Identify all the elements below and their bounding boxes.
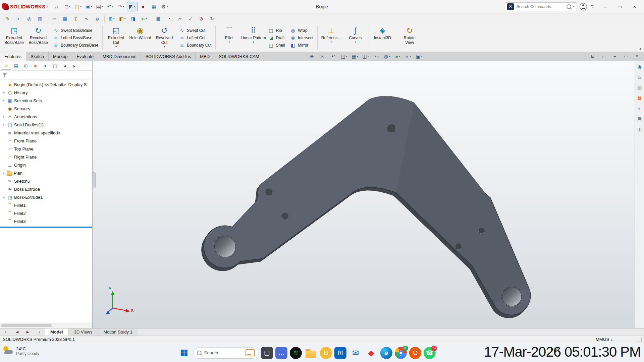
tree-item-top-plane[interactable]: ▸ ▱ Top Plane <box>0 145 92 153</box>
scrollbar-thumb[interactable] <box>1 324 52 327</box>
tree-item-solid-bodies[interactable]: ▸ ◳ Solid Bodies(1) <box>0 121 92 129</box>
select-cursor-icon[interactable]: ◤ ▾ <box>127 2 138 11</box>
extruded-boss-base-button[interactable]: ◳ Extruded Boss/Base <box>2 25 26 51</box>
table-icon[interactable]: ▦ <box>149 2 159 11</box>
solidworks-logo[interactable]: SOLIDWORKS ▸ <box>2 3 48 10</box>
dropdown-arrow-icon[interactable]: ▾ <box>115 45 117 48</box>
tree-item-right-plane[interactable]: ▸ ▱ Right Plane <box>0 153 92 161</box>
dropdown-arrow-icon[interactable]: ▾ <box>421 55 422 58</box>
file-explorer-icon[interactable] <box>304 346 318 360</box>
dropdown-arrow-icon[interactable]: ▾ <box>124 17 126 20</box>
trim-tool-icon[interactable]: ✂ <box>49 15 59 23</box>
dropdown-arrow-icon[interactable]: ▾ <box>167 5 168 8</box>
spotify-icon[interactable]: ≋ <box>290 347 302 359</box>
search-dropdown-icon[interactable]: ▾ <box>573 5 575 8</box>
previous-view-icon[interactable]: ↶ <box>328 53 338 60</box>
twisty-icon[interactable]: ▸ <box>2 91 6 94</box>
tree-item-selection-sets[interactable]: ▸ ▦ Selection Sets <box>0 97 92 105</box>
chrome-icon[interactable]: K <box>395 347 407 359</box>
tab-solidworks-add-ins[interactable]: SOLIDWORKS Add-Ins <box>141 52 196 61</box>
pattern-tool-icon[interactable]: ▦ <box>60 15 70 23</box>
open-document-icon[interactable]: ◰ ▾ <box>73 2 83 11</box>
account-icon[interactable] <box>580 3 587 10</box>
boundary-cut-button[interactable]: ≣ Boundary Cut <box>179 42 211 49</box>
tab-mbd-dimensions[interactable]: MBD Dimensions <box>98 52 141 61</box>
bracket-part-model[interactable] <box>93 61 635 328</box>
hide-show-items-icon[interactable]: ◍ ▾ <box>382 53 392 60</box>
redo-icon[interactable]: ↷ ▾ <box>116 2 126 11</box>
graphics-viewport[interactable]: Y X <box>93 61 635 328</box>
mirror-entities-icon[interactable]: ◨ <box>128 15 138 23</box>
dimxpertmanager-tab-icon[interactable]: ⊕ <box>31 62 40 69</box>
close-window-button[interactable]: × <box>627 0 642 13</box>
section-tool-icon[interactable]: ◧ ▾ <box>117 15 127 23</box>
dropdown-arrow-icon[interactable]: ▾ <box>410 55 411 58</box>
diameter-dimension-icon[interactable]: ⌀ <box>92 15 102 23</box>
weather-widget[interactable]: 24°C Partly cloudy <box>3 346 39 356</box>
appearances-scenes-icon[interactable]: ◐ <box>636 105 643 112</box>
panel-horizontal-scrollbar[interactable] <box>0 323 92 328</box>
verification-icon[interactable]: ✓ <box>185 15 196 23</box>
edit-appearance-icon[interactable]: ● ▾ <box>393 53 403 60</box>
panel-scroll-left-icon[interactable]: ◂ <box>60 62 69 69</box>
hole-wizard-button[interactable]: ◉ Hole Wizard <box>128 25 152 51</box>
table-tool-icon[interactable]: ▥ <box>35 15 45 23</box>
tree-item-sketch6[interactable]: ▸ ✎ Sketch6 <box>0 177 92 185</box>
command-search[interactable]: S ▾ <box>505 2 577 11</box>
dropdown-arrow-icon[interactable]: ▾ <box>346 55 347 58</box>
zoom-to-area-icon[interactable]: ⊡ <box>318 53 328 60</box>
tree-item-origin[interactable]: ▸ ⊥ Origin <box>0 161 92 169</box>
snip-tool-icon[interactable]: ▢ <box>261 347 273 359</box>
twisty-icon[interactable]: ▸ <box>2 115 6 118</box>
dropdown-arrow-icon[interactable]: ▾ <box>102 5 103 8</box>
tab-markup[interactable]: Markup <box>49 52 72 61</box>
whatsapp-icon[interactable]: ☎ 23 <box>424 347 436 359</box>
save-icon[interactable]: ▣ ▾ <box>84 2 94 11</box>
rollback-bar[interactable] <box>0 227 92 228</box>
chat-icon[interactable]: … <box>275 347 287 359</box>
design-app-icon[interactable]: ◆ <box>365 346 378 360</box>
tree-filter-input[interactable] <box>9 71 90 79</box>
dropdown-arrow-icon[interactable]: ▾ <box>357 55 358 58</box>
model-tab[interactable]: Model <box>45 328 69 336</box>
dropdown-arrow-icon[interactable]: ▾ <box>367 55 369 58</box>
twisty-icon[interactable]: ▸ <box>2 171 6 175</box>
tree-item-boss-extrude1[interactable]: ▸ ◳ Boss-Extrude1 <box>0 193 92 201</box>
search-input[interactable] <box>516 4 565 9</box>
render-sphere-icon[interactable]: ● <box>138 2 148 11</box>
twisty-icon[interactable]: ▸ <box>2 123 6 126</box>
linear-pattern-button[interactable]: ⠿ Linear Pattern ▾ <box>241 25 265 51</box>
search-icon[interactable] <box>567 4 571 9</box>
opera-icon[interactable]: O <box>409 347 421 359</box>
rotate-entities-icon[interactable]: ◔ <box>164 15 174 23</box>
dropdown-arrow-icon[interactable]: ▾ <box>112 5 113 8</box>
circle-tool-icon[interactable]: ◎ <box>24 15 34 23</box>
plane-tool-icon[interactable]: ▱ <box>175 15 185 23</box>
lofted-boss-base-button[interactable]: ≋ Lofted Boss/Base <box>53 35 98 41</box>
instant3d-button[interactable]: ◈ Instant3D <box>370 25 394 51</box>
twisty-icon[interactable]: ▸ <box>2 99 6 102</box>
wrap-button[interactable]: ◎ Wrap <box>290 27 313 34</box>
panel-scroll-right-icon[interactable]: ▸ <box>70 62 79 69</box>
chevron-right-icon[interactable]: ▸ <box>47 5 48 8</box>
equations-icon[interactable]: Σ <box>71 15 81 23</box>
close-document-icon[interactable]: × <box>632 53 642 60</box>
rotate-view-button[interactable]: ↻ Rotate View <box>397 25 422 51</box>
twisty-icon[interactable]: ▸ <box>2 195 6 199</box>
last-tab-arrow[interactable]: ⇥ <box>34 329 44 335</box>
dropdown-arrow-icon[interactable]: ▾ <box>399 55 400 58</box>
sketch-tool-icon[interactable]: ✎ <box>3 15 13 23</box>
zoom-to-fit-icon[interactable]: ⊕ <box>307 53 317 60</box>
tree-item-annotations[interactable]: ▸ A Annotations <box>0 113 92 121</box>
apply-scene-icon[interactable]: ◐ ▾ <box>404 53 414 60</box>
dropdown-arrow-icon[interactable]: ▾ <box>80 5 82 8</box>
tree-item-material[interactable]: ▸ ≣ Material <not specified> <box>0 129 92 137</box>
boundary-boss-base-button[interactable]: ≣ Boundary Boss/Base <box>53 42 98 49</box>
revolved-boss-base-button[interactable]: ↻ Revolved Boss/Base <box>26 25 50 51</box>
dropdown-arrow-icon[interactable]: ▾ <box>228 41 230 44</box>
extruded-cut-button[interactable]: ◱ Extruded Cut ▾ <box>104 25 128 51</box>
custom-properties-icon[interactable]: ▣ <box>636 115 643 122</box>
microsoft-store-icon[interactable]: ⊞ <box>334 347 346 359</box>
dropdown-arrow-icon[interactable]: ▾ <box>91 5 92 8</box>
cam-tree-tab-icon[interactable]: ◫ <box>50 62 60 69</box>
